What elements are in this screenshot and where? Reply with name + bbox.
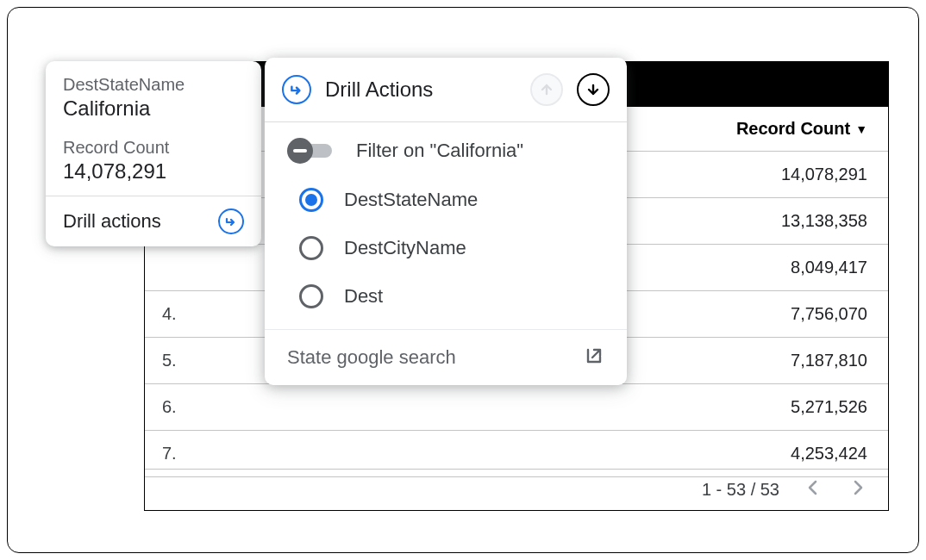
tooltip-metric-label: Record Count <box>63 138 244 158</box>
page-info: 1 - 53 / 53 <box>702 480 779 500</box>
table-row[interactable]: 6. 5,271,526 <box>145 384 888 431</box>
drill-up-button[interactable] <box>530 73 563 106</box>
table-footer: 1 - 53 / 53 <box>145 469 888 510</box>
row-number: 6. <box>162 397 197 417</box>
sort-desc-icon: ▼ <box>855 122 867 136</box>
row-value: 5,271,526 <box>197 397 867 417</box>
drill-option-label: DestStateName <box>344 189 478 211</box>
chevron-right-icon <box>852 479 864 496</box>
drill-actions-label: Drill actions <box>63 210 161 233</box>
column-header-label: Record Count <box>736 119 850 139</box>
tooltip-metric-value: 14,078,291 <box>63 159 244 184</box>
row-number: 4. <box>162 304 197 324</box>
filter-toggle-option[interactable]: Filter on "California" <box>265 126 627 176</box>
arrow-down-icon <box>585 82 601 97</box>
tooltip-dim-label: DestStateName <box>63 75 244 95</box>
search-link-label: State google search <box>287 346 456 369</box>
row-number: 7. <box>162 444 197 464</box>
drill-option-label: DestCityName <box>344 237 466 259</box>
drill-icon <box>282 75 311 104</box>
drill-field-option[interactable]: DestCityName <box>265 224 627 272</box>
row-value: 4,253,424 <box>197 444 867 464</box>
google-search-link[interactable]: State google search <box>265 329 627 385</box>
filter-toggle[interactable] <box>287 138 337 164</box>
next-page-button[interactable] <box>847 476 869 505</box>
drill-actions-panel: Drill Actions Filter on "California" <box>265 58 627 385</box>
filter-toggle-label: Filter on "California" <box>356 140 523 162</box>
drill-actions-button[interactable]: Drill actions <box>46 196 261 246</box>
row-number: 5. <box>162 351 197 370</box>
prev-page-button[interactable] <box>802 476 824 505</box>
drill-panel-header: Drill Actions <box>265 58 627 121</box>
drill-options-list: Filter on "California" DestStateName Des… <box>265 122 627 329</box>
chevron-left-icon <box>807 479 819 496</box>
drill-panel-title: Drill Actions <box>325 78 516 102</box>
toggle-knob-icon <box>287 138 313 164</box>
drill-option-label: Dest <box>344 285 383 308</box>
open-external-icon <box>584 345 604 370</box>
app-frame: Record Count ▼ 14,078,291 13,138,358 8,0… <box>7 7 919 553</box>
tooltip-card: DestStateName California Record Count 14… <box>46 61 261 246</box>
drill-down-button[interactable] <box>577 73 610 106</box>
radio-unselected-icon <box>299 236 323 260</box>
drill-field-option[interactable]: Dest <box>265 272 627 320</box>
drill-field-option[interactable]: DestStateName <box>265 176 627 224</box>
radio-unselected-icon <box>299 284 323 308</box>
radio-selected-icon <box>299 188 323 212</box>
drill-icon <box>218 208 244 234</box>
tooltip-dim-value: California <box>63 96 244 121</box>
arrow-up-icon <box>539 82 554 97</box>
svg-rect-0 <box>293 149 307 152</box>
